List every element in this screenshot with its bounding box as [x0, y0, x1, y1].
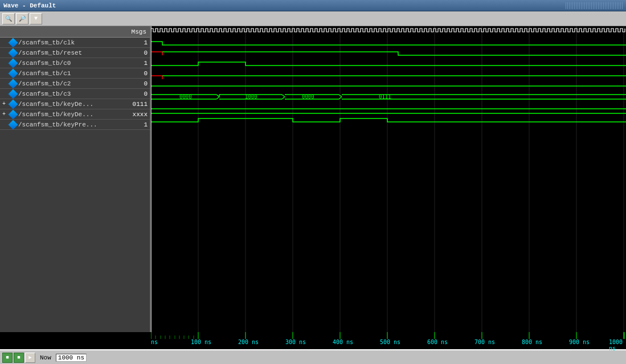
signal-icon-6: [9, 99, 18, 109]
expand-icon-2: [0, 59, 8, 67]
signal-name-7: /scanfsm_tb/keyDe...: [18, 111, 121, 118]
status-icon-2[interactable]: ■: [14, 353, 24, 363]
svg-text:0000: 0000: [302, 94, 314, 100]
time-label-200: 200 ns: [238, 339, 259, 345]
signal-value-5: 0: [121, 91, 150, 97]
svg-text:0000: 0000: [179, 94, 192, 100]
signal-icon-4: [9, 79, 18, 88]
signal-row[interactable]: /scanfsm_tb/reset 0: [0, 48, 150, 58]
svg-rect-0: [151, 26, 626, 332]
signal-row[interactable]: + /scanfsm_tb/keyDe... xxxx: [0, 109, 150, 120]
timeline-ticks: [0, 332, 626, 339]
signal-header-msgs-col: Msgs: [110, 28, 150, 35]
signal-name-4: /scanfsm_tb/c2: [18, 80, 121, 87]
signal-row[interactable]: /scanfsm_tb/c3 0: [0, 89, 150, 99]
signal-icon-2: [9, 58, 18, 68]
signal-name-6: /scanfsm_tb/keyDe...: [18, 101, 121, 108]
signal-name-2: /scanfsm_tb/c0: [18, 60, 121, 67]
signal-value-0: 1: [121, 39, 150, 46]
toolbar-zoom-in[interactable]: 🔍: [2, 13, 15, 24]
tick-svg: [151, 332, 626, 339]
signal-row[interactable]: /scanfsm_tb/c1 0: [0, 68, 150, 79]
toolbar-zoom-out[interactable]: 🔎: [16, 13, 28, 24]
time-label-100: 100 ns: [191, 339, 211, 345]
time-label-500: 500 ns: [380, 339, 400, 345]
signal-value-3: 0: [121, 70, 150, 77]
time-label-0: ns: [151, 339, 158, 345]
status-icons-left: ■ ■ ▶: [2, 353, 35, 363]
expand-icon-4: [0, 80, 8, 88]
waveform-svg: 0000 1000 0000 0111: [151, 26, 626, 332]
signal-icon-0: [9, 38, 18, 47]
signal-row[interactable]: /scanfsm_tb/clk 1: [0, 38, 150, 48]
bottom-section: ns 100 ns 200 ns 300 ns 400 ns 500 ns 60…: [0, 332, 626, 364]
svg-text:0111: 0111: [379, 94, 391, 100]
timeline-labels: ns 100 ns 200 ns 300 ns 400 ns 500 ns 60…: [151, 339, 626, 349]
expand-icon-6[interactable]: +: [0, 100, 8, 108]
signal-icon-8: [9, 120, 18, 129]
time-label-300: 300 ns: [285, 339, 306, 345]
expand-icon-3: [0, 69, 8, 77]
signal-header: Msgs: [0, 26, 150, 38]
signal-value-1: 0: [121, 50, 150, 56]
time-label-900: 900 ns: [569, 339, 590, 345]
signal-icon-5: [9, 89, 18, 99]
expand-icon-7[interactable]: +: [0, 111, 8, 118]
expand-icon-5: [0, 90, 8, 98]
signal-row[interactable]: + /scanfsm_tb/keyDe... 0111: [0, 99, 150, 109]
now-value: 1000 ns: [56, 354, 87, 362]
signal-row[interactable]: /scanfsm_tb/c2 0: [0, 79, 150, 89]
signal-row[interactable]: /scanfsm_tb/keyPre... 1: [0, 120, 150, 130]
toolbar-menu[interactable]: ▼: [30, 13, 42, 24]
svg-text:1000: 1000: [245, 94, 257, 100]
signal-icon-7: [9, 109, 18, 119]
signal-panel: Msgs /scanfsm_tb/clk 1 /scanfsm_tb/reset…: [0, 26, 151, 332]
signal-name-0: /scanfsm_tb/clk: [18, 39, 121, 46]
now-label: Now: [38, 354, 54, 361]
expand-icon-8: [0, 121, 8, 129]
time-label-400: 400 ns: [333, 339, 353, 345]
signal-value-6: 0111: [121, 101, 150, 108]
time-label-600: 600 ns: [427, 339, 448, 345]
signal-value-8: 1: [121, 121, 150, 128]
toolbar: 🔍 🔎 ▼: [0, 11, 626, 26]
signal-icon-3: [9, 68, 18, 78]
signal-name-8: /scanfsm_tb/keyPre...: [18, 121, 121, 128]
signal-name-3: /scanfsm_tb/c1: [18, 70, 121, 77]
signal-name-1: /scanfsm_tb/reset: [18, 50, 121, 56]
signal-value-7: xxxx: [121, 111, 150, 118]
title-text: Wave - Default: [3, 2, 566, 9]
main-container: Msgs /scanfsm_tb/clk 1 /scanfsm_tb/reset…: [0, 26, 626, 332]
signal-value-4: 0: [121, 80, 150, 87]
signal-name-5: /scanfsm_tb/c3: [18, 91, 121, 97]
title-grip: [566, 2, 623, 9]
status-icon-3[interactable]: ▶: [25, 353, 35, 363]
signal-icon-1: [9, 48, 18, 58]
time-label-700: 700 ns: [474, 339, 495, 345]
title-bar: Wave - Default: [0, 0, 626, 11]
signal-rows: /scanfsm_tb/clk 1 /scanfsm_tb/reset 0 /s…: [0, 38, 150, 332]
expand-icon-0: [0, 39, 8, 47]
waveform-area[interactable]: 0000 1000 0000 0111: [151, 26, 626, 332]
signal-row[interactable]: /scanfsm_tb/c0 1: [0, 58, 150, 68]
status-icon-1[interactable]: ■: [2, 353, 13, 363]
signal-value-2: 1: [121, 60, 150, 67]
status-bar-1: ■ ■ ▶ Now 1000 ns: [0, 349, 626, 364]
time-label-800: 800 ns: [522, 339, 542, 345]
time-label-1000: 1000 ns: [609, 339, 626, 351]
expand-icon-1: [0, 49, 8, 57]
